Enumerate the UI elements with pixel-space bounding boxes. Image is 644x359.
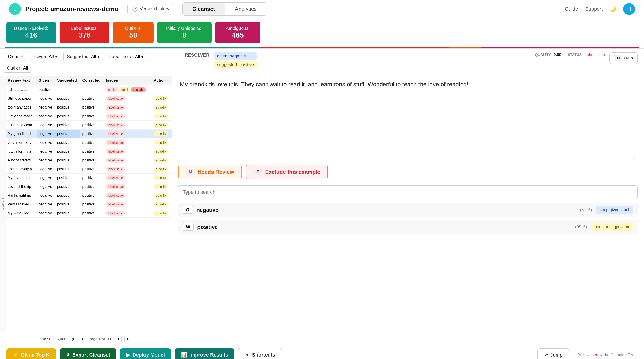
cell-review-text: very informativ bbox=[6, 138, 36, 147]
columns-sidebar[interactable]: Columns bbox=[0, 76, 6, 333]
cell-review-text: Love all the tip bbox=[6, 182, 36, 191]
jump-button[interactable]: ↗ Jump bbox=[537, 348, 570, 359]
cell-action: auto-fix bbox=[152, 94, 172, 103]
cell-review-text: I use enjoy coo bbox=[6, 121, 36, 130]
header: L Project: amazon-reviews-demo 🕐 Version… bbox=[0, 0, 644, 18]
label-percentage: (<1%) bbox=[580, 207, 592, 212]
cell-suggested: positive bbox=[55, 103, 81, 112]
tab-cleanset[interactable]: Cleanset bbox=[182, 3, 225, 15]
cell-suggested: positive bbox=[55, 165, 81, 174]
quality-status-area: QUALITY 0.00 STATUS Label issue bbox=[535, 53, 605, 57]
given-filter[interactable]: Given: All ▾ bbox=[31, 52, 61, 61]
search-area bbox=[172, 182, 644, 201]
support-button[interactable]: Support bbox=[585, 6, 603, 12]
clear-button[interactable]: Clear ✕ bbox=[4, 52, 28, 61]
cell-given: negative bbox=[36, 130, 55, 138]
cell-suggested: positive bbox=[55, 200, 81, 209]
bolt-icon: ⚡ bbox=[13, 352, 19, 358]
stat-issues-resolved[interactable]: Issues Resolved: 416 bbox=[6, 22, 56, 44]
cell-review-text: It was for my s bbox=[6, 147, 36, 156]
label-options: Qnegative(<1%)keep given labelWpositive(… bbox=[172, 201, 644, 239]
exclude-button[interactable]: E Exclude this example bbox=[246, 165, 328, 179]
pagination-first[interactable]: ⟨⟨ bbox=[69, 336, 77, 342]
label-option[interactable]: Qnegative(<1%)keep given label bbox=[178, 203, 638, 217]
table-row[interactable]: A lot of advertinegativepositivepositive… bbox=[6, 156, 172, 165]
label-issue-value: All bbox=[135, 54, 140, 59]
table-row[interactable]: Lots of lovely pnegativepositivepositive… bbox=[6, 165, 172, 174]
more-options-icon[interactable]: ⋮ bbox=[630, 154, 638, 162]
cell-suggested: positive bbox=[55, 138, 81, 147]
more-options-area: ⋮ bbox=[172, 154, 644, 162]
avatar[interactable]: H bbox=[623, 3, 635, 15]
shortcuts-button[interactable]: ▼ Shortcuts bbox=[238, 348, 282, 359]
given-value: All bbox=[49, 54, 54, 59]
cell-given: negative bbox=[36, 94, 55, 103]
left-panel: Clear ✕ Given: All ▾ Suggested: All ▾ La… bbox=[0, 49, 172, 344]
cell-given: negative bbox=[36, 156, 55, 165]
pagination-next[interactable]: ⟩ bbox=[115, 336, 122, 342]
cell-suggested: positive bbox=[55, 174, 81, 182]
needs-review-button[interactable]: N Needs Review bbox=[178, 165, 242, 179]
label-name: negative bbox=[196, 207, 575, 213]
download-icon: ⬇ bbox=[66, 352, 70, 358]
table-row[interactable]: ads ads adspositive--outlierlabelexclude bbox=[6, 85, 172, 94]
table-row[interactable]: very informativnegativepositivepositivel… bbox=[6, 138, 172, 147]
cell-corrected: - bbox=[80, 85, 104, 94]
logo: L bbox=[9, 3, 21, 15]
tab-analytics[interactable]: Analytics bbox=[225, 3, 267, 15]
stat-outliers[interactable]: Outliers: 50 bbox=[113, 22, 154, 44]
table-row[interactable]: My Aunt Clecnegativepositivepositivelabe… bbox=[6, 209, 172, 218]
table-row[interactable]: I love the maganegativepositivepositivel… bbox=[6, 112, 172, 121]
label-badge: keep given label bbox=[596, 206, 633, 214]
cell-issues: label issue bbox=[104, 182, 152, 191]
cell-issues: label issue bbox=[104, 156, 152, 165]
stat-value: 0 bbox=[164, 31, 204, 39]
cell-issues: label issue bbox=[104, 130, 152, 138]
suggested-filter[interactable]: Suggested: All ▾ bbox=[64, 52, 103, 61]
label-option[interactable]: Wpositive(99%)use our suggestion bbox=[178, 219, 638, 234]
cell-issues: label issue bbox=[104, 147, 152, 156]
stat-label: Ambiguous: bbox=[222, 26, 253, 31]
table-row[interactable]: My grandkids lnegativepositivepositivela… bbox=[6, 130, 172, 138]
search-input[interactable] bbox=[178, 185, 638, 199]
outlier-value: All bbox=[23, 66, 28, 71]
cell-issues: label issue bbox=[104, 165, 152, 174]
deploy-model-button[interactable]: ▶ Deploy Model bbox=[120, 348, 171, 359]
clean-top-k-button[interactable]: ⚡ Clean Top K bbox=[6, 348, 56, 359]
stat-initially-unlabeled[interactable]: Initially Unlabeled: 0 bbox=[157, 22, 212, 44]
export-cleanset-button[interactable]: ⬇ Export Cleanset bbox=[60, 348, 116, 359]
cell-action: auto-fix bbox=[152, 121, 172, 130]
stat-label: Initially Unlabeled: bbox=[164, 26, 204, 31]
cell-action: auto-fix bbox=[152, 191, 172, 200]
table-row[interactable]: It was for my snegativepositivepositivel… bbox=[6, 147, 172, 156]
stat-ambiguous[interactable]: Ambiguous: 465 bbox=[215, 22, 260, 44]
cell-corrected: positive bbox=[80, 182, 104, 191]
table-row[interactable]: too many addsnegativepositivepositivelab… bbox=[6, 103, 172, 112]
given-label: Given: bbox=[34, 54, 48, 59]
table-row[interactable]: I use enjoy coonegativepositivepositivel… bbox=[6, 121, 172, 130]
label-issue-filter[interactable]: Label Issue: All ▾ bbox=[106, 52, 147, 61]
table-row[interactable]: Very satisfied.negativepositivepositivel… bbox=[6, 200, 172, 209]
play-icon: ▶ bbox=[126, 352, 130, 358]
help-button[interactable]: H Help bbox=[610, 53, 638, 64]
stat-label-issues[interactable]: Label Issues: 376 bbox=[60, 22, 109, 44]
given-tag: given: negative bbox=[214, 53, 257, 60]
pagination-prev[interactable]: ⟨ bbox=[80, 336, 86, 342]
table-row[interactable]: Ranks right upnegativepositivepositivela… bbox=[6, 191, 172, 200]
jump-icon: ↗ bbox=[544, 352, 548, 358]
arrow-right-icon: → bbox=[178, 53, 182, 58]
version-history-button[interactable]: 🕐 Version history bbox=[128, 4, 174, 14]
outlier-label: Outlier: bbox=[7, 66, 22, 71]
cell-action: auto-fix bbox=[152, 200, 172, 209]
cell-given: negative bbox=[36, 147, 55, 156]
project-title: Project: amazon-reviews-demo bbox=[25, 6, 118, 13]
table-row[interactable]: My favorite manegativepositivepositivela… bbox=[6, 174, 172, 182]
suggested-value: All bbox=[91, 54, 96, 59]
guide-button[interactable]: Guide bbox=[565, 6, 578, 12]
improve-results-button[interactable]: 📊 Improve Results bbox=[175, 348, 234, 359]
theme-toggle-icon[interactable]: 🌙 bbox=[610, 6, 616, 12]
outlier-filter[interactable]: Outlier: All bbox=[4, 64, 32, 73]
table-row[interactable]: Still love papernegativepositivepositive… bbox=[6, 94, 172, 103]
pagination-last[interactable]: ⟩⟨ bbox=[124, 336, 132, 342]
table-row[interactable]: Love all the tipnegativepositivepositive… bbox=[6, 182, 172, 191]
